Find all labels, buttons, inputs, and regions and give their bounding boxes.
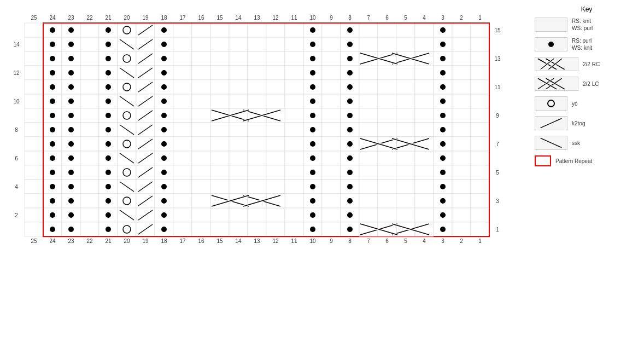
key-item-2-2-lc: 2/2 LC (535, 77, 639, 91)
key-item-2-2-rc: 2/2 RC (535, 57, 639, 71)
key-symbol-k2tog (535, 116, 567, 130)
key-label-ssk: ssk (572, 140, 580, 147)
key-label-purl: RS: purlWS: knit (572, 37, 592, 51)
key-area: Key RS: knitWS: purl RS: purlWS: knit 2/… (535, 5, 639, 172)
key-label-k2tog: k2tog (572, 120, 585, 127)
yo-circle (547, 100, 555, 107)
key-item-pattern-repeat: Pattern Repeat (535, 155, 639, 166)
svg-line-12 (541, 118, 562, 128)
key-symbol-ssk (535, 136, 567, 150)
key-item-k2tog: k2tog (535, 116, 639, 130)
key-item-purl: RS: purlWS: knit (535, 37, 639, 51)
key-symbol-pattern-repeat (535, 155, 551, 166)
svg-line-13 (541, 138, 562, 147)
key-label-2-2-rc: 2/2 RC (583, 61, 600, 68)
svg-line-5 (548, 59, 561, 70)
key-item-yo: yo (535, 96, 639, 111)
key-label-2-2-lc: 2/2 LC (583, 80, 599, 88)
key-item-ssk: ssk (535, 136, 639, 150)
key-title: Key (535, 5, 639, 13)
key-label-yo: yo (572, 100, 578, 107)
key-symbol-knit (535, 18, 567, 32)
grid-wrapper (8, 13, 506, 246)
key-label-pattern-repeat: Pattern Repeat (555, 158, 592, 165)
key-symbol-2-2-rc (535, 57, 578, 71)
key-symbol-purl (535, 37, 567, 51)
chart-area (5, 11, 508, 246)
purl-dot (548, 42, 554, 47)
key-item-knit: RS: knitWS: purl (535, 18, 639, 32)
svg-line-3 (541, 59, 554, 70)
key-symbol-yo (535, 96, 567, 111)
key-symbol-2-2-lc (535, 77, 578, 91)
key-label-knit: RS: knitWS: purl (572, 18, 593, 32)
